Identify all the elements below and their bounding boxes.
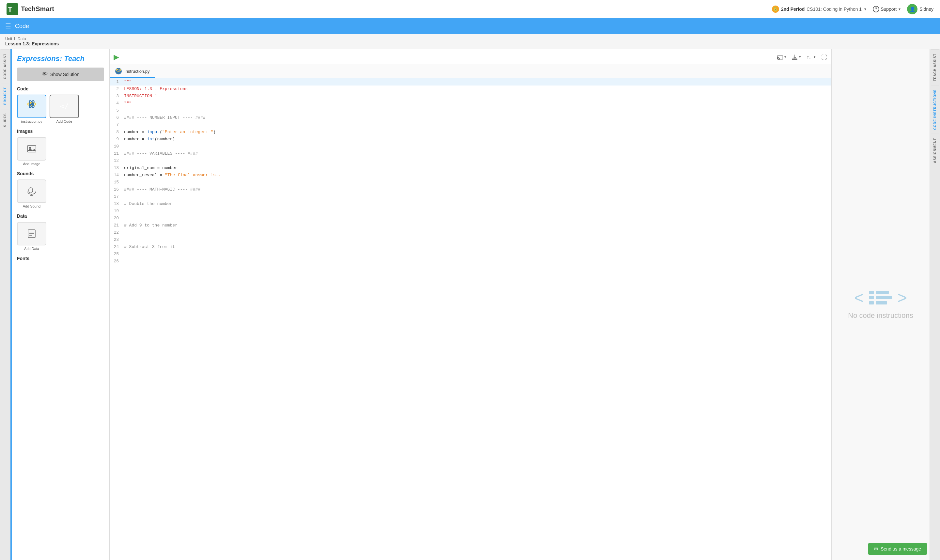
code-line-11: 11 #### ---- VARIABLES ---- #### [110,150,831,157]
sidebar-item-code-instructions[interactable]: CODE INSTRUCTIONS [931,85,939,134]
lines-list-icon [869,291,892,305]
file-name-instruction: instruction.py [21,120,42,123]
images-section-label: Images [17,129,104,134]
logo-text: TechSmart [21,5,54,13]
code-line-23: 23 [110,236,831,243]
python-icon [115,68,122,75]
font-size-button[interactable]: T↕ ▾ [806,54,815,60]
file-tab-instruction[interactable]: instruction.py [110,65,155,78]
file-name-add-sound: Add Sound [23,204,40,208]
editor-area: ▶ ▾ ▾ [110,49,832,560]
code-line-13: 13 original_num = number [110,165,831,172]
eye-icon: 👁 [42,71,48,78]
code-line-21: 21 # Add 9 to the number [110,222,831,229]
sidebar-item-assignment[interactable]: ASSIGNMENT [931,134,939,167]
code-line-20: 20 [110,215,831,222]
send-message-button[interactable]: ✉ Send us a message [868,543,927,555]
project-panel: Expressions: Teach 👁 Show Solution Code [12,49,110,560]
code-files-grid: instruction.py </> Add Code [17,95,104,123]
side-tabs-left: CODE ASSIST PROJECT SLIDES [0,49,11,560]
nav-right: 🐍 2nd Period CS101: Coding in Python 1 ▾… [772,4,934,14]
file-name-add-data: Add Data [24,247,39,251]
code-line-14: 14 number_reveal = "The final answer is.… [110,172,831,179]
sidebar-item-project[interactable]: PROJECT [1,83,9,109]
run-button[interactable]: ▶ [114,53,119,62]
top-nav: T TechSmart 🐍 2nd Period CS101: Coding i… [0,0,940,18]
svg-rect-19 [792,59,797,60]
user-avatar-icon: 👤 [907,4,917,14]
file-item-instruction[interactable]: instruction.py [17,95,46,123]
user-name: Sidney [920,6,934,12]
support-chevron-icon: ▾ [898,7,900,11]
breadcrumb-unit: Unit 1: Data [5,37,935,41]
code-line-9: 9 number = int(number) [110,136,831,143]
code-line-1: 1 """ [110,78,831,86]
side-tabs-right: TEACH ASSIST CODE INSTRUCTIONS ASSIGNMEN… [929,49,940,560]
file-item-add-data[interactable]: Add Data [17,222,46,251]
file-thumb-add-data [17,222,46,245]
sidebar-item-slides[interactable]: SLIDES [1,109,9,131]
file-tab-name: instruction.py [125,69,150,74]
code-line-5: 5 [110,107,831,114]
code-line-16: 16 #### ---- MATH-MAGIC ---- #### [110,186,831,193]
code-line-19: 19 [110,208,831,215]
sidebar-item-code-assist[interactable]: CODE ASSIST [1,49,9,83]
svg-point-7 [32,105,34,106]
period-label: 2nd Period [781,6,805,12]
code-section-label: Code [17,86,104,91]
code-line-26: 26 [110,258,831,265]
left-bracket-icon: < [854,289,864,306]
breadcrumb: Unit 1: Data Lesson 1.3: Expressions [0,34,940,49]
sidebar-item-teach-assist[interactable]: TEACH ASSIST [931,49,939,85]
code-line-6: 6 #### ---- NUMBER INPUT ---- #### [110,114,831,122]
file-name-add-code: Add Code [57,120,72,123]
code-line-15: 15 [110,179,831,186]
show-solution-label: Show Solution [50,72,80,77]
file-name-add-image: Add Image [23,162,40,166]
support-button[interactable]: ? Support ▾ [873,6,900,12]
file-item-add-sound[interactable]: Add Sound [17,180,46,208]
hamburger-menu-icon[interactable]: ☰ [5,22,11,30]
sounds-section-label: Sounds [17,171,104,176]
main-layout: CODE ASSIST PROJECT SLIDES Expressions: … [0,49,940,560]
svg-rect-11 [29,188,32,193]
code-line-25: 25 [110,251,831,258]
code-instructions-content: < > No code instr [842,283,920,326]
cast-button[interactable]: ▾ [777,54,786,60]
code-line-18: 18 # Double the number [110,200,831,208]
file-tab-bar: instruction.py [110,65,831,78]
period-icon: 🐍 [772,6,779,13]
code-line-4: 4 """ [110,100,831,107]
data-grid: Add Data [17,222,104,251]
techsmart-logo-icon: T [6,3,18,15]
user-area[interactable]: 👤 Sidney [907,4,934,14]
download-chevron-icon: ▾ [799,55,801,59]
support-circle-icon: ? [873,6,879,12]
code-line-24: 24 # Subtract 3 from it [110,243,831,251]
support-label: Support [881,6,897,12]
period-chevron-icon: ▾ [864,7,866,11]
code-line-2: 2 LESSON: 1.3 - Expressions [110,86,831,93]
svg-text:T↕: T↕ [807,55,811,59]
code-line-12: 12 [110,157,831,165]
send-message-label: Send us a message [881,546,921,552]
breadcrumb-lesson: Lesson 1.3: Expressions [5,41,935,46]
code-line-3: 3 INSTRUCTION 1 [110,93,831,100]
file-thumb-instruction [17,95,46,118]
period-selector[interactable]: 🐍 2nd Period CS101: Coding in Python 1 ▾ [772,6,866,13]
blue-bar-title: Code [15,23,29,30]
fullscreen-button[interactable] [821,54,828,60]
file-item-add-image[interactable]: Add Image [17,137,46,166]
code-editor-content[interactable]: 1 """ 2 LESSON: 1.3 - Expressions 3 INST… [110,78,831,560]
svg-point-6 [30,103,31,104]
file-item-add-code[interactable]: </> Add Code [49,95,79,123]
show-solution-button[interactable]: 👁 Show Solution [17,68,104,81]
code-line-8: 8 number = input("Enter an integer: ") [110,129,831,136]
blue-bar: ☰ Code [0,18,940,34]
editor-toolbar: ▶ ▾ ▾ [110,49,831,65]
download-button[interactable]: ▾ [791,54,801,60]
code-line-17: 17 [110,193,831,200]
send-message-icon: ✉ [874,546,878,552]
file-thumb-add-image [17,137,46,160]
toolbar-right: ▾ ▾ T↕ ▾ [777,54,828,60]
